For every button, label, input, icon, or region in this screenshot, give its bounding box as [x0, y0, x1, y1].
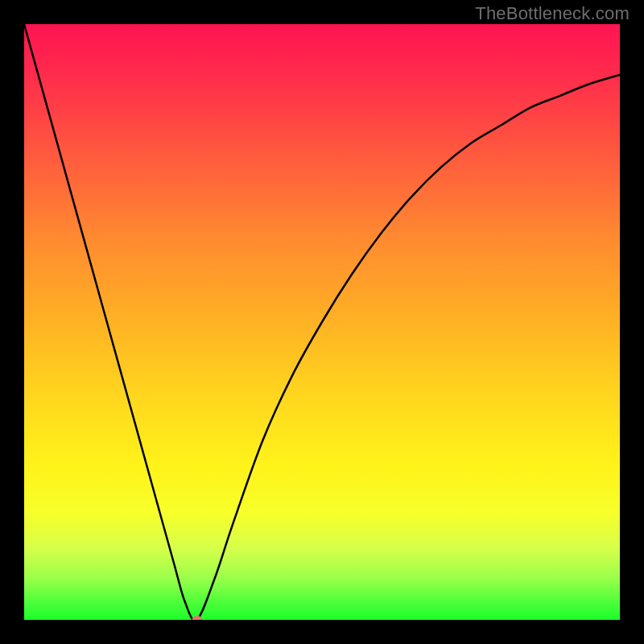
bottleneck-curve-path	[24, 24, 620, 620]
optimal-point-marker	[192, 616, 202, 620]
plot-area	[24, 24, 620, 620]
watermark-text: TheBottleneck.com	[475, 3, 630, 24]
curve-svg	[24, 24, 620, 620]
chart-frame: TheBottleneck.com	[0, 0, 644, 644]
